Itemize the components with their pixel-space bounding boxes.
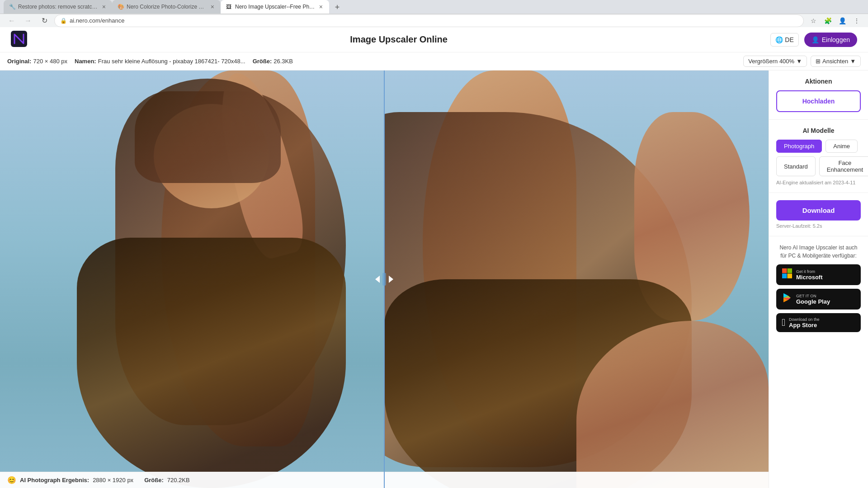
app-store-section: Nero AI Image Upscaler ist auch für PC &… [769,236,868,343]
profile-icon[interactable]: 👤 [836,15,848,27]
extensions-icon[interactable]: 🧩 [822,15,834,27]
nav-bar: ← → ↻ 🔒 ai.nero.com/enhance ☆ 🧩 👤 ⋮ [0,14,868,27]
globe-icon: 🌐 [775,36,783,43]
anime-model-button[interactable]: Anime [826,140,858,153]
top-nav: Image Upscaler Online 🌐 DE 👤 Einloggen [0,27,868,52]
view-button[interactable]: ⊞ Ansichten ▼ [811,56,861,67]
size-label: Größe: [253,58,272,65]
view-icon: ⊞ [816,58,821,65]
original-label: Original: [7,58,31,65]
enlarge-chevron: ▼ [796,58,802,65]
svg-rect-7 [788,274,793,279]
menu-icon[interactable]: ⋮ [851,15,863,27]
size-value: 26.3KB [274,58,293,65]
lock-icon: 🔒 [60,18,67,24]
tab-1-close[interactable]: × [101,3,107,10]
login-button[interactable]: 👤 Einloggen [804,33,857,47]
dress-left [77,238,346,488]
tab-2-close[interactable]: × [210,3,215,10]
view-chevron: ▼ [850,58,856,65]
face-enhancement-model-button[interactable]: Face Enhancement [819,156,868,176]
svg-rect-1 [382,273,386,286]
image-canvas [0,70,769,488]
svg-marker-3 [389,276,393,283]
actions-section: Aktionen Hochladen [769,70,868,120]
name-value: Frau sehr kleine Auflösung - pixabay 186… [98,58,245,65]
google-play-content: GET IT ON Google Play [796,294,830,305]
app-wrapper: Image Upscaler Online 🌐 DE 👤 Einloggen O… [0,27,868,488]
tab-3[interactable]: 🖼 Nero Image Upscaler--Free Pho... × [221,0,329,14]
lang-label: DE [785,36,793,43]
standard-model-button[interactable]: Standard [776,156,816,176]
address-text: ai.nero.com/enhance [70,17,124,24]
google-play-button[interactable]: GET IT ON Google Play [776,289,861,310]
nero-logo [11,31,27,49]
forward-button[interactable]: → [22,14,34,27]
info-bar: Original: 720 × 480 px Namen: Frau sehr … [0,52,868,70]
result-label: AI Photograph Ergebnis: [20,477,89,483]
app-store-large: App Store [789,322,820,328]
actions-title: Aktionen [776,78,861,85]
server-time: Server-Laufzeit: 5.2s [776,223,861,229]
svg-rect-5 [788,268,793,273]
tab-3-close[interactable]: × [318,3,324,10]
tab-1-favicon: 🔧 [9,4,15,10]
original-value: 720 × 480 px [33,58,67,65]
right-image [384,70,769,488]
user-icon: 👤 [811,36,819,43]
enlarge-label: Vergrößern 400% [748,58,794,65]
result-size: 720.2KB [167,477,190,483]
app-store-small: Download on the [789,317,820,322]
login-label: Einloggen [822,36,850,43]
model-row-2: Standard Face Enhancement [776,156,861,176]
tab-2-favicon: 🎨 [118,4,124,10]
microsoft-store-large: Microsoft [796,274,823,281]
name-label: Namen: [75,58,96,65]
microsoft-store-small: Get it from [796,269,823,274]
main-content: 😊 AI Photograph Ergebnis: 2880 × 1920 px… [0,70,868,488]
microsoft-store-button[interactable]: Get it from Microsoft [776,264,861,285]
logo-area [11,31,27,49]
google-play-icon [782,292,793,306]
new-tab-button[interactable]: + [331,1,344,14]
apple-icon:  [782,317,785,328]
ai-models-section: AI Modelle Photograph Anime Standard Fac… [769,120,868,193]
hair-top-left [135,79,281,183]
svg-rect-6 [782,274,787,279]
model-row-1: Photograph Anime [776,140,861,153]
svg-marker-2 [375,276,380,283]
upload-button[interactable]: Hochladen [776,90,861,112]
tab-3-favicon: 🖼 [226,4,232,10]
bookmark-icon[interactable]: ☆ [807,15,819,27]
tab-2-title: Nero Colorize Photo-Colorize Yo... [127,4,207,10]
app-store-button[interactable]:  Download on the App Store [776,313,861,332]
nav-right: 🌐 DE 👤 Einloggen [770,33,857,47]
tab-1[interactable]: 🔧 Restore photos: remove scratch... × [4,0,112,14]
image-viewport[interactable]: 😊 AI Photograph Ergebnis: 2880 × 1920 px… [0,70,769,488]
comparison-handle[interactable] [375,272,393,286]
app-store-text: Nero AI Image Upscaler ist auch für PC &… [776,244,861,260]
download-button[interactable]: Download [776,200,861,221]
result-size-label: Größe: [144,477,164,483]
back-button[interactable]: ← [5,14,18,27]
download-section: Download Server-Laufzeit: 5.2s [769,193,868,236]
right-panel: Aktionen Hochladen AI Modelle Photograph… [769,70,868,488]
ai-models-title: AI Modelle [776,127,861,134]
photograph-model-button[interactable]: Photograph [776,140,822,153]
enlarge-button[interactable]: Vergrößern 400% ▼ [743,56,807,67]
ai-engine-info: AI-Engine aktualisiert am 2023-4-11 [776,180,861,185]
microsoft-store-content: Get it from Microsoft [796,269,823,281]
info-right: Vergrößern 400% ▼ ⊞ Ansichten ▼ [743,56,861,67]
view-label: Ansichten [822,58,848,65]
result-emoji: 😊 [7,476,16,484]
tab-2[interactable]: 🎨 Nero Colorize Photo-Colorize Yo... × [112,0,221,14]
reload-button[interactable]: ↻ [38,14,51,27]
browser-chrome: 🔧 Restore photos: remove scratch... × 🎨 … [0,0,868,27]
language-button[interactable]: 🌐 DE [770,33,798,47]
windows-icon [782,268,793,282]
tab-1-title: Restore photos: remove scratch... [18,4,99,10]
tabs-bar: 🔧 Restore photos: remove scratch... × 🎨 … [0,0,868,14]
browser-nav-icons: ☆ 🧩 👤 ⋮ [807,15,863,27]
address-bar[interactable]: 🔒 ai.nero.com/enhance [54,14,804,27]
app-store-content: Download on the App Store [789,317,820,328]
